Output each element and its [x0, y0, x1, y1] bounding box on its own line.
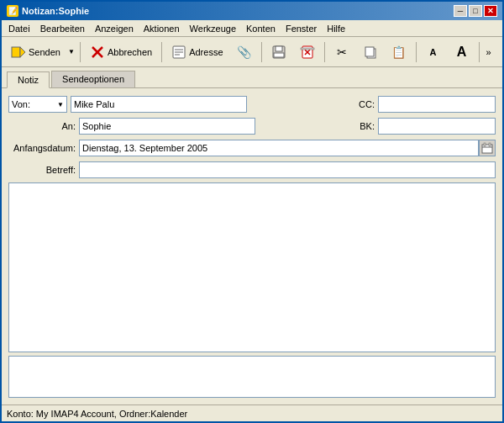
menu-fenster[interactable]: Fenster [281, 22, 322, 35]
betreff-input[interactable] [79, 161, 496, 178]
calendar-button[interactable] [479, 140, 496, 156]
address-button[interactable]: Adresse [165, 40, 228, 64]
bk-label: BK: [360, 121, 375, 131]
an-row: An: BK: [8, 117, 496, 135]
separator-1 [80, 42, 81, 62]
abort-label: Abbrechen [108, 47, 152, 57]
delete-icon [300, 45, 315, 60]
menu-anzeigen[interactable]: Anzeigen [90, 22, 139, 35]
font-small-button[interactable]: A [420, 40, 447, 64]
cut-button[interactable]: ✂ [328, 40, 355, 64]
abort-icon [90, 45, 105, 60]
separator-2 [161, 42, 162, 62]
menu-datei[interactable]: Datei [3, 22, 35, 35]
cut-icon: ✂ [334, 45, 349, 60]
from-name-input[interactable] [71, 96, 247, 113]
von-dropdown-arrow: ▼ [57, 101, 64, 108]
svg-rect-9 [276, 46, 282, 51]
toolbar: Senden ▼ Abbrechen [2, 37, 502, 67]
tabs: Notiz Sendeoptionen [2, 67, 502, 87]
cc-input[interactable] [378, 96, 496, 113]
toolbar-overflow[interactable]: » [483, 45, 495, 59]
svg-marker-1 [20, 47, 25, 57]
separator-5 [416, 42, 417, 62]
separator-3 [261, 42, 262, 62]
date-input-wrapper [79, 140, 496, 156]
svg-rect-0 [12, 47, 20, 57]
copy-button[interactable] [357, 40, 384, 64]
address-icon [171, 45, 186, 60]
send-button[interactable]: Senden [5, 40, 66, 64]
attachment-area[interactable] [8, 356, 496, 398]
svg-rect-14 [301, 48, 314, 50]
window-title: Notizan:Sophie [22, 6, 89, 16]
address-label: Adresse [189, 47, 223, 57]
separator-4 [324, 42, 325, 62]
datum-label: Anfangsdatum: [8, 143, 76, 153]
send-dropdown-arrow[interactable]: ▼ [66, 40, 76, 64]
font-large-button[interactable]: A [449, 40, 475, 64]
maximize-button[interactable]: □ [469, 5, 482, 17]
title-bar-buttons: ─ □ ✕ [454, 5, 497, 17]
betreff-label: Betreff: [8, 165, 76, 175]
delete-button[interactable] [294, 40, 321, 64]
minimize-button[interactable]: ─ [454, 5, 467, 17]
menu-bar: Datei Bearbeiten Anzeigen Aktionen Werkz… [2, 20, 502, 37]
tab-sendeoptionen[interactable]: Sendeoptionen [51, 71, 135, 87]
cc-label: CC: [359, 99, 375, 109]
close-button[interactable]: ✕ [484, 5, 497, 17]
status-bar: Konto: My IMAP4 Account, Ordner:Kalender [2, 404, 502, 421]
menu-aktionen[interactable]: Aktionen [139, 22, 185, 35]
main-window: 📝 Notizan:Sophie ─ □ ✕ Datei Bearbeiten … [0, 0, 504, 423]
content-area: Von: ▼ CC: An: BK: Anfangsdatum: [2, 87, 502, 404]
abort-button[interactable]: Abbrechen [84, 40, 158, 64]
font-large-icon: A [454, 45, 470, 60]
paste-button[interactable]: 📋 [386, 40, 412, 64]
menu-hilfe[interactable]: Hilfe [322, 22, 350, 35]
bk-input[interactable] [378, 118, 496, 135]
von-label: Von: [12, 99, 30, 109]
send-group: Senden ▼ [5, 40, 76, 64]
send-label: Senden [29, 47, 60, 57]
date-input[interactable] [79, 140, 479, 156]
von-row: Von: ▼ CC: [8, 95, 496, 114]
status-text: Konto: My IMAP4 Account, Ordner:Kalender [7, 409, 187, 419]
svg-rect-10 [274, 53, 284, 57]
cc-section: CC: [359, 96, 496, 113]
menu-werkzeuge[interactable]: Werkzeuge [185, 22, 241, 35]
font-small-icon: A [426, 45, 441, 60]
an-label: An: [8, 121, 76, 131]
attachment-icon: 📎 [237, 45, 252, 60]
app-icon: 📝 [7, 5, 18, 17]
copy-icon [363, 45, 378, 60]
bk-section: BK: [360, 118, 496, 135]
save-icon [271, 45, 286, 60]
attachment-button[interactable]: 📎 [231, 40, 258, 64]
paste-icon: 📋 [391, 45, 407, 60]
an-input[interactable] [79, 118, 255, 135]
datum-row: Anfangsdatum: [8, 139, 496, 157]
svg-rect-16 [365, 47, 374, 56]
von-select[interactable]: Von: ▼ [8, 96, 67, 113]
menu-konten[interactable]: Konten [241, 22, 281, 35]
svg-rect-19 [484, 143, 486, 146]
menu-bearbeiten[interactable]: Bearbeiten [35, 22, 90, 35]
save-button[interactable] [265, 40, 292, 64]
tab-notiz[interactable]: Notiz [7, 71, 50, 88]
svg-rect-20 [489, 143, 491, 146]
send-icon [11, 45, 26, 60]
body-area[interactable] [8, 182, 496, 352]
title-bar-text: 📝 Notizan:Sophie [7, 5, 89, 17]
title-bar: 📝 Notizan:Sophie ─ □ ✕ [2, 2, 502, 20]
separator-6 [479, 42, 480, 62]
betreff-row: Betreff: [8, 161, 496, 179]
